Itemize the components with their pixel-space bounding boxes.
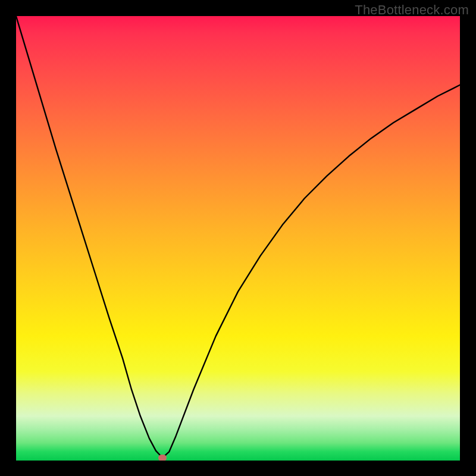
bottleneck-curve — [16, 16, 460, 458]
plot-area — [16, 16, 460, 461]
curve-layer — [16, 16, 460, 461]
watermark-text: TheBottleneck.com — [355, 2, 469, 18]
chart-frame: TheBottleneck.com — [0, 0, 476, 476]
optimum-marker — [158, 455, 166, 461]
